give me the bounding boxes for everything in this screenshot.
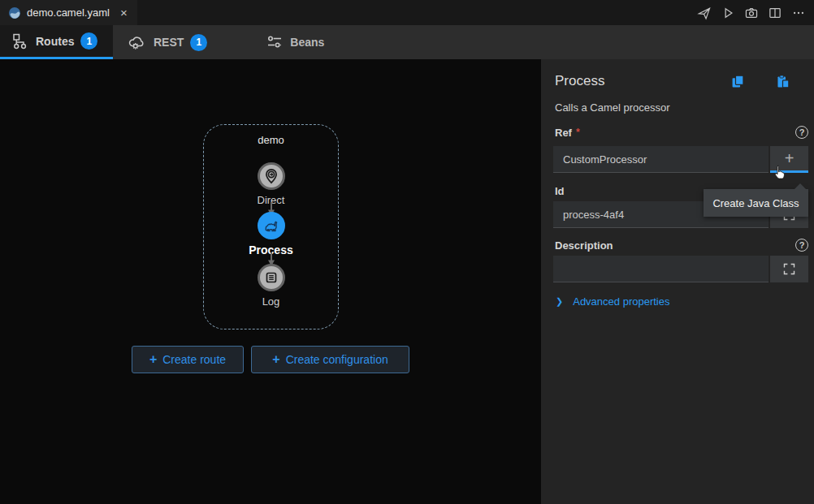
- tab-routes-label: Routes: [36, 35, 74, 48]
- node-direct[interactable]: Direct: [204, 162, 338, 206]
- editor-actions: [697, 0, 814, 25]
- kaoto-editor-window: demo.camel.yaml ×: [0, 0, 814, 504]
- create-configuration-label: Create configuration: [286, 353, 388, 366]
- ref-label-row: Ref * ?: [553, 126, 808, 139]
- required-marker: *: [576, 127, 580, 138]
- create-configuration-button[interactable]: + Create configuration: [251, 346, 409, 373]
- editor-topbar: demo.camel.yaml ×: [0, 0, 814, 25]
- advanced-properties-label: Advanced properties: [573, 295, 669, 308]
- node-direct-circle[interactable]: [258, 162, 285, 190]
- file-tab-title: demo.camel.yaml: [27, 6, 110, 19]
- direct-pin-icon: [262, 167, 280, 185]
- log-list-icon: [262, 269, 280, 286]
- plus-icon: +: [149, 352, 157, 367]
- route-group-demo[interactable]: demo Direct: [203, 124, 339, 330]
- plus-icon: +: [785, 149, 795, 168]
- beans-icon: [266, 33, 284, 51]
- description-label: Description: [555, 239, 613, 252]
- description-input-row: [553, 256, 808, 282]
- expand-icon: [782, 262, 796, 276]
- route-canvas[interactable]: demo Direct: [0, 59, 541, 504]
- create-java-class-button[interactable]: +: [770, 146, 808, 173]
- node-process[interactable]: Process: [204, 212, 338, 256]
- deploy-icon[interactable]: [697, 6, 712, 20]
- tab-routes[interactable]: Routes 1: [0, 25, 113, 59]
- rest-cloud-icon: [128, 32, 147, 52]
- create-route-button[interactable]: + Create route: [132, 346, 244, 373]
- tab-rest-label: REST: [154, 36, 184, 49]
- routes-count-badge: 1: [80, 32, 97, 50]
- camel-logo-icon: [8, 6, 21, 19]
- description-label-row: Description ?: [553, 239, 808, 252]
- create-java-class-tooltip: Create Java Class: [704, 189, 808, 217]
- panel-header: Process: [553, 73, 808, 89]
- panel-subtitle: Calls a Camel processor: [555, 101, 808, 114]
- more-actions-icon[interactable]: [791, 6, 806, 20]
- route-group-label: demo: [204, 134, 338, 146]
- id-label: Id: [555, 185, 565, 197]
- node-log-circle[interactable]: [258, 264, 285, 291]
- close-tab-button[interactable]: ×: [120, 6, 128, 19]
- ref-label: Ref: [555, 127, 572, 139]
- create-route-label: Create route: [162, 353, 226, 366]
- tab-rest[interactable]: REST 1: [115, 25, 220, 59]
- properties-panel: Process Calls a Camel processor Ref * ?: [541, 59, 814, 504]
- description-expand-button[interactable]: [770, 256, 808, 282]
- node-process-circle[interactable]: [258, 212, 285, 239]
- node-log-label: Log: [262, 295, 280, 308]
- copy-icon[interactable]: [730, 74, 746, 89]
- ref-help-icon[interactable]: ?: [795, 126, 808, 139]
- file-tab[interactable]: demo.camel.yaml ×: [0, 0, 137, 25]
- chevron-right-icon: ❯: [556, 296, 563, 307]
- node-log[interactable]: Log: [204, 264, 338, 308]
- run-icon[interactable]: [721, 6, 735, 20]
- description-input[interactable]: [553, 256, 769, 282]
- description-help-icon[interactable]: ?: [795, 239, 808, 252]
- tab-beans-label: Beans: [290, 36, 324, 49]
- advanced-properties-link[interactable]: ❯ Advanced properties: [556, 295, 808, 308]
- panel-title: Process: [555, 73, 604, 89]
- tab-beans[interactable]: Beans: [253, 25, 337, 59]
- ref-input-row: +: [553, 146, 808, 173]
- plus-icon: +: [272, 352, 279, 367]
- screenshot-icon[interactable]: [744, 6, 759, 20]
- split-editor-icon[interactable]: [768, 6, 782, 20]
- view-tabstrip: Routes 1 REST 1 Beans: [0, 25, 814, 59]
- paste-icon[interactable]: [775, 74, 790, 89]
- camel-icon: [263, 218, 279, 234]
- routes-icon: [11, 32, 29, 50]
- rest-count-badge: 1: [190, 34, 207, 51]
- ref-input[interactable]: [553, 146, 769, 173]
